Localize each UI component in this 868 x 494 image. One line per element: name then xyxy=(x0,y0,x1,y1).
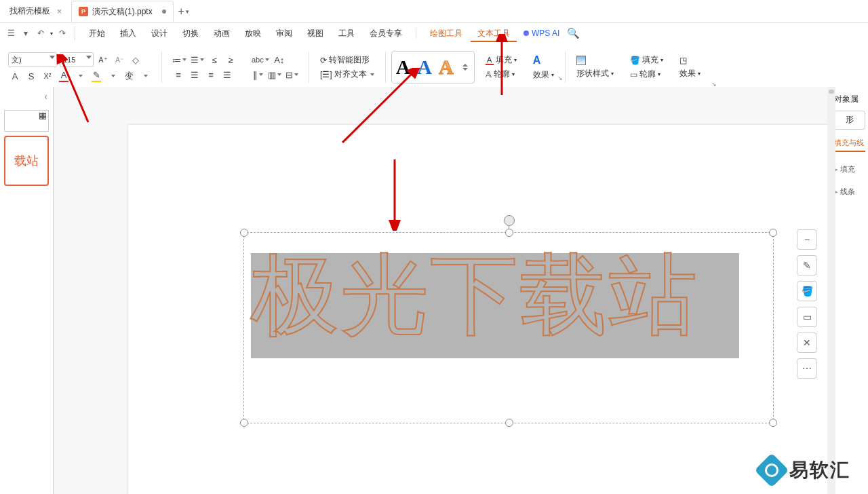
slide-thumb-2[interactable]: 载站 xyxy=(4,136,49,186)
column-button[interactable]: ▥ xyxy=(267,69,282,81)
panel-fill-section[interactable]: 填充 xyxy=(834,164,865,174)
minus-button[interactable]: − xyxy=(797,229,817,250)
align-left-button[interactable]: ≡ xyxy=(172,69,185,81)
align-text-button[interactable]: [☰]对齐文本 xyxy=(319,69,376,80)
search-icon[interactable]: 🔍 xyxy=(566,27,580,39)
rotate-handle[interactable] xyxy=(504,215,515,226)
slide[interactable]: 极光下载站 xyxy=(128,125,831,494)
convert-smartart-button[interactable]: ⟳转智能图形 xyxy=(319,54,376,66)
slide-canvas-area[interactable]: 极光下载站 − ✎ 🪣 ▭ ✕ ⋯ xyxy=(54,87,831,494)
more-button[interactable]: ⋯ xyxy=(797,358,817,379)
increase-indent-button[interactable]: ≥ xyxy=(224,54,237,66)
collapse-panel-icon[interactable]: ‹ xyxy=(44,91,47,102)
outline-icon: ▭ xyxy=(630,70,637,79)
wordart-text[interactable]: 极光下载站 xyxy=(251,246,698,343)
bucket-icon: 🪣 xyxy=(630,56,640,65)
tools-button[interactable]: ✕ xyxy=(797,332,817,353)
strikethrough-button[interactable]: S xyxy=(24,70,38,82)
bullets-button[interactable]: ≔ xyxy=(172,54,187,66)
shape-style-button[interactable] xyxy=(575,56,587,65)
slide-thumb-1[interactable] xyxy=(4,110,49,132)
resize-handle-ne[interactable] xyxy=(769,229,777,237)
align-right-button[interactable]: ≡ xyxy=(204,69,218,81)
menu-member[interactable]: 会员专享 xyxy=(363,25,409,42)
save-icon[interactable]: ▾ xyxy=(20,28,31,39)
shape-outline-button[interactable]: ▭轮廓▾ xyxy=(629,69,662,80)
shape-style-label[interactable]: 形状样式▾ xyxy=(575,68,615,79)
file-menu-icon[interactable]: ☰ xyxy=(5,28,16,39)
scrollbar-vertical[interactable] xyxy=(827,87,835,494)
undo-icon[interactable]: ↶ xyxy=(35,28,46,39)
menu-texttools[interactable]: 文本工具 xyxy=(471,25,517,42)
scroll-thumb[interactable] xyxy=(829,90,834,94)
text-a-effect[interactable]: A xyxy=(532,54,542,66)
panel-tab-fill[interactable]: 填充与线 xyxy=(834,138,865,152)
format-button[interactable]: 🪣 xyxy=(797,281,817,301)
font-name-select[interactable]: 文) xyxy=(8,52,57,67)
shape-preview-icon xyxy=(576,56,586,65)
font-a-button[interactable]: A xyxy=(8,70,22,82)
tab-document-active[interactable]: P 演示文稿(1).pptx xyxy=(71,1,174,22)
object-properties-panel: 对象属 形 填充与线 填充 线条 xyxy=(831,87,868,494)
shape-cube-icon[interactable]: ◳ xyxy=(678,56,688,65)
shape-effect-button[interactable]: 效果▾ xyxy=(678,68,702,79)
superscript-button[interactable]: X² xyxy=(41,70,54,82)
text-outline-button[interactable]: 𝔸轮廓▾ xyxy=(484,69,516,80)
menu-view[interactable]: 视图 xyxy=(300,25,330,42)
resize-handle-nw[interactable] xyxy=(240,229,248,237)
text-fill-button[interactable]: A填充▾ xyxy=(484,54,518,66)
gallery-expand-button[interactable] xyxy=(460,64,470,71)
panel-shape-button[interactable]: 形 xyxy=(834,111,865,130)
pencil-button[interactable]: ✎ xyxy=(797,255,817,276)
add-tab-button[interactable]: +▾ xyxy=(176,4,191,19)
text-orient-button[interactable]: A↕ xyxy=(273,54,286,66)
align-center-button[interactable]: ☰ xyxy=(188,69,201,81)
redo-icon[interactable]: ↷ xyxy=(57,28,68,39)
menu-animation[interactable]: 动画 xyxy=(207,25,237,42)
convert-group: ⟳转智能图形 [☰]对齐文本 xyxy=(315,48,380,86)
text-direction-button[interactable]: abc xyxy=(251,54,270,66)
font-size-select[interactable]: 115 xyxy=(60,52,94,67)
increase-font-button[interactable]: A⁺ xyxy=(96,54,110,66)
watermark: 易软汇 xyxy=(760,457,850,483)
quick-access-toolbar: ☰ ▾ ↶ ▾ ↷ xyxy=(5,26,75,40)
decrease-font-button[interactable]: A⁻ xyxy=(113,54,126,66)
menu-start[interactable]: 开始 xyxy=(82,25,112,42)
shape-fill-button[interactable]: 🪣填充▾ xyxy=(629,54,665,66)
menu-insert[interactable]: 插入 xyxy=(113,25,143,42)
text-style-gallery[interactable]: A A A xyxy=(391,51,475,83)
text-box[interactable]: 极光下载站 xyxy=(243,232,774,423)
tab-template[interactable]: 找稻壳模板 × xyxy=(3,1,68,22)
decrease-indent-button[interactable]: ≤ xyxy=(208,54,221,66)
resize-handle-n[interactable] xyxy=(505,229,513,237)
resize-handle-s[interactable] xyxy=(505,419,513,427)
menu-slideshow[interactable]: 放映 xyxy=(238,25,268,42)
separator xyxy=(416,28,416,39)
change-case-button[interactable]: 变 xyxy=(122,70,136,82)
font-color-button[interactable]: A xyxy=(57,70,71,82)
menu-design[interactable]: 设计 xyxy=(144,25,174,42)
style-preset-2[interactable]: A xyxy=(417,56,432,79)
justify-button[interactable]: ☰ xyxy=(220,69,234,81)
paragraph-group2: abc A↕ ‖ ▥ ⊟ xyxy=(247,48,303,86)
wps-ai-button[interactable]: WPS AI xyxy=(518,28,565,38)
menu-bar: ☰ ▾ ↶ ▾ ↷ 开始 插入 设计 切换 动画 放映 审阅 视图 工具 会员专… xyxy=(0,23,868,44)
panel-line-section[interactable]: 线条 xyxy=(834,187,865,197)
resize-handle-sw[interactable] xyxy=(240,419,248,427)
style-preset-3[interactable]: A xyxy=(439,56,454,79)
numbering-button[interactable]: ☰ xyxy=(190,54,205,66)
menu-drawtools[interactable]: 绘图工具 xyxy=(423,25,469,42)
menu-transition[interactable]: 切换 xyxy=(176,25,205,42)
dialog-launcher-icon[interactable]: ↘ xyxy=(557,75,564,81)
text-effect-button[interactable]: 效果▾ xyxy=(532,69,555,81)
close-icon[interactable]: × xyxy=(57,7,62,16)
vertical-align-button[interactable]: ⊟ xyxy=(285,69,299,81)
resize-handle-se[interactable] xyxy=(769,419,777,427)
style-preset-1[interactable]: A xyxy=(396,56,411,79)
highlight-button[interactable]: ✎ xyxy=(90,70,103,82)
menu-tools[interactable]: 工具 xyxy=(332,25,361,42)
layout-button[interactable]: ▭ xyxy=(797,307,817,327)
menu-review[interactable]: 审阅 xyxy=(269,25,299,42)
line-spacing-button[interactable]: ‖ xyxy=(251,69,264,81)
clear-format-button[interactable]: ◇ xyxy=(129,54,142,66)
